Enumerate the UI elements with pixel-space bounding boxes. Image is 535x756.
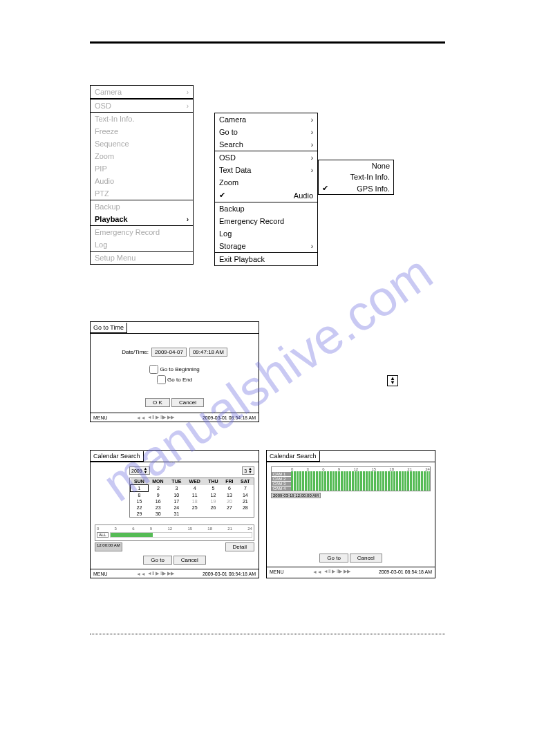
menu-item-playback[interactable]: Playback› [91,213,193,226]
menu-item-backup[interactable]: Backup [91,200,193,213]
month-spinner[interactable]: 3▲▼ [242,466,254,475]
menu2-audio[interactable]: ✔Audio [215,189,317,202]
menu-item-pip[interactable]: PIP [91,162,193,175]
spinner-icon: ▲▼ [387,375,398,386]
cancel-button[interactable]: Cancel [173,556,206,565]
chevron-right-icon: › [311,129,313,136]
menu2-zoom[interactable]: Zoom [215,176,317,189]
menu-item-textin[interactable]: Text-In Info. [91,113,193,125]
goto-button[interactable]: Go to [143,556,172,565]
all-label: ALL [97,532,109,538]
submenu-gpsinfo[interactable]: ✔GPS Info. [319,182,393,194]
date-field[interactable]: 2009-04-07 [151,348,187,357]
status-time: 2009-03-01 08:54:18 AM [379,569,432,574]
submenu-textdata: None Text-In Info. ✔GPS Info. [318,160,394,195]
chevron-right-icon: › [187,216,189,223]
menu2-log[interactable]: Log [215,227,317,240]
menu-item-zoom[interactable]: Zoom [91,150,193,162]
calendar-search-dialog-1: Calendar Search 2009▲▼ 3▲▼ SUNMONTUEWEDT… [90,450,259,578]
status-bar: MENU ◄◄◄Ⅱ▶Ⅱ▶▶▶ 2009-03-01 08:54:18 AM [91,413,259,422]
menu2-backup[interactable]: Backup [215,202,317,215]
submenu-textin[interactable]: Text-In Info. [319,171,393,182]
chevron-right-icon: › [311,243,313,250]
menu2-textdata[interactable]: Text Data› [215,164,317,176]
submenu-none[interactable]: None [319,160,393,171]
status-time: 2009-03-01 08:54:18 AM [203,415,256,420]
calendar-search-dialog-2: Calendar Search 03691215182124 CAM 1 CAM… [266,450,435,578]
chevron-right-icon: › [311,116,313,124]
datetime-label: Date/Time: [122,349,149,355]
menu-item-camera[interactable]: Camera› [91,86,193,99]
status-time: 2009-03-01 08:54:18 AM [203,571,256,576]
timeline-time: 12:00:00 AM [95,542,122,551]
camera-timeline[interactable]: 03691215182124 CAM 1 CAM 2 CAM 3 CAM 4 [271,466,431,491]
menu2-storage[interactable]: Storage› [215,240,317,253]
menu-label[interactable]: MENU [93,415,108,420]
menu-item-ptz[interactable]: PTZ [91,187,193,200]
menu-item-sequence[interactable]: Sequence [91,138,193,150]
context-menu-1: Camera› OSD› Text-In Info. Freeze Sequen… [90,85,194,265]
menu-item-freeze[interactable]: Freeze [91,125,193,138]
calendar-grid[interactable]: SUNMONTUEWEDTHUFRISAT 1234567 8910111213… [129,478,254,518]
menu-item-log[interactable]: Log [91,238,193,252]
menu2-search[interactable]: Search› [215,138,317,151]
menu2-osd[interactable]: OSD› [215,151,317,164]
header-rule [90,41,445,44]
playback-controls[interactable]: ◄◄◄Ⅱ▶Ⅱ▶▶▶ [136,571,174,576]
chevron-right-icon: › [311,167,313,174]
chevron-right-icon: › [187,88,189,96]
check-icon: ✔ [219,191,226,200]
menu2-camera[interactable]: Camera› [215,113,317,126]
menu-label[interactable]: MENU [93,571,108,576]
year-spinner[interactable]: 2009▲▼ [129,466,150,475]
chevron-right-icon: › [311,154,313,162]
timeline[interactable]: 03691215182124 ALL [95,525,254,541]
context-menu-2: Camera› Go to› Search› OSD› Text Data› Z… [214,113,318,266]
check-icon: ✔ [322,184,329,193]
dialog-title: Calendar Search [267,451,320,462]
playback-controls[interactable]: ◄◄◄Ⅱ▶Ⅱ▶▶▶ [136,415,174,420]
goto-beginning-checkbox[interactable] [149,365,158,374]
detail-button[interactable]: Detail [225,542,254,551]
cancel-button[interactable]: Cancel [350,554,382,563]
menu-item-emergency[interactable]: Emergency Record [91,226,193,238]
menu2-goto[interactable]: Go to› [215,126,317,138]
dialog-title: Calendar Search [91,451,144,462]
status-bar: MENU ◄◄◄Ⅱ▶Ⅱ▶▶▶ 2009-03-01 08:54:18 AM [267,567,435,576]
ok-button[interactable]: O K [145,398,170,407]
time-field[interactable]: 09:47:18 AM [189,348,227,357]
chevron-right-icon: › [187,102,189,110]
chevron-right-icon: › [311,141,313,149]
dialog-title: Go to Time [91,323,127,333]
menu-item-osd[interactable]: OSD› [91,99,193,113]
timeline-datetime: 2009-03-19 12:00:00 AM [271,493,321,498]
status-bar: MENU ◄◄◄Ⅱ▶Ⅱ▶▶▶ 2009-03-01 08:54:18 AM [91,569,259,578]
goto-end-checkbox[interactable] [157,375,166,384]
menu-item-setupmenu[interactable]: Setup Menu [91,252,193,264]
menu-item-audio[interactable]: Audio [91,175,193,187]
playback-controls[interactable]: ◄◄◄Ⅱ▶Ⅱ▶▶▶ [312,569,350,574]
menu2-emergency[interactable]: Emergency Record [215,215,317,227]
goto-button[interactable]: Go to [319,554,348,563]
menu2-exitplayback[interactable]: Exit Playback [215,253,317,265]
menu-label[interactable]: MENU [270,569,284,574]
gototime-dialog: Go to Time Date/Time: 2009-04-07 09:47:1… [90,321,259,422]
footer-dotline [90,634,445,634]
cancel-button[interactable]: Cancel [171,398,204,407]
